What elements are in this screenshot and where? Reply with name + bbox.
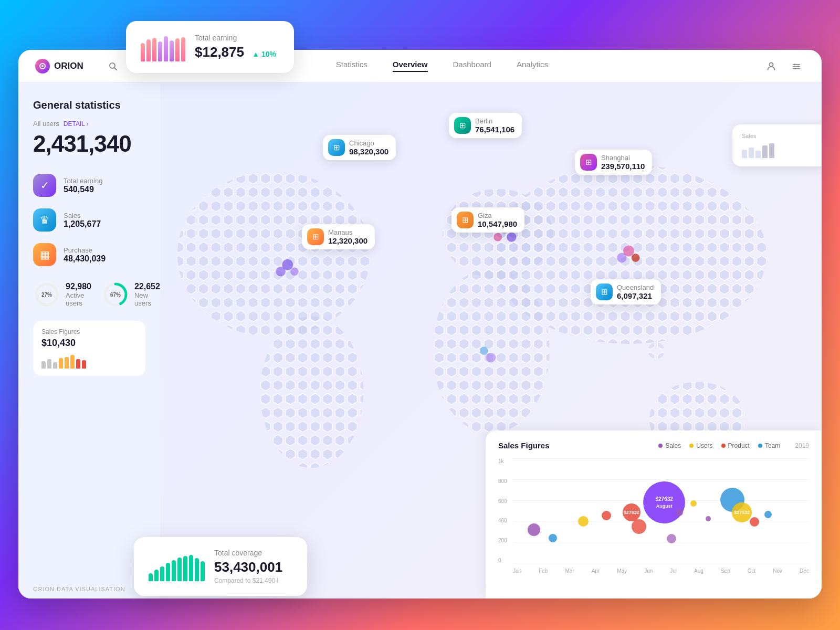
floating-coverage-card: Total coverage 53,430,001 Compared to $2…	[134, 537, 307, 596]
logo: ORION	[35, 59, 83, 74]
city-queensland: ⊞ Queensland 6,097,321	[591, 279, 661, 304]
bubble-13	[667, 534, 676, 543]
content-area: General statistics All users DETAIL › 2,…	[18, 82, 822, 598]
chicago-value: 98,320,300	[349, 147, 388, 156]
search-icon[interactable]	[104, 58, 121, 75]
nav-dashboard[interactable]: Dashboard	[453, 60, 491, 72]
bubble-0	[528, 523, 540, 536]
new-users-stat: 67% 22,652 New users	[102, 281, 160, 308]
bubble-5	[632, 519, 646, 534]
bubble-main: $27632August	[643, 481, 685, 523]
bubble-10: $27532	[732, 502, 752, 522]
svg-text:67%: 67%	[110, 292, 121, 298]
chart-title: Sales Figures	[498, 441, 550, 450]
svg-point-27	[276, 267, 286, 276]
shanghai-icon: ⊞	[580, 154, 597, 171]
logo-icon	[35, 59, 50, 74]
manaus-icon: ⊞	[307, 228, 324, 245]
svg-point-30	[507, 232, 516, 242]
x-axis: Jan Feb Mar Apr May Jun Jul Aug Sep Oct …	[513, 568, 809, 574]
city-berlin: ⊞ Berlin 76,541,106	[449, 113, 522, 138]
svg-point-33	[617, 253, 626, 262]
svg-point-35	[486, 353, 496, 362]
city-shanghai: ⊞ Shanghai 239,570,110	[575, 150, 652, 175]
nav-overview[interactable]: Overview	[393, 60, 428, 72]
nav-statistics[interactable]: Statistics	[336, 60, 368, 72]
berlin-value: 76,541,106	[475, 125, 514, 134]
circles-row: 27% 92,980 Active users 67% 22,652	[33, 281, 145, 308]
bubble-3	[602, 511, 611, 520]
legend-dot-product	[721, 444, 726, 448]
berlin-icon: ⊞	[454, 117, 471, 134]
legend-users: Users	[689, 442, 712, 449]
svg-text:27%: 27%	[41, 292, 52, 298]
nav-analytics[interactable]: Analytics	[517, 60, 548, 72]
active-users-label: Active users	[66, 291, 91, 307]
svg-point-4	[770, 62, 773, 66]
sf-title: Sales Figures	[41, 328, 137, 335]
city-chicago: ⊞ Chicago 98,320,300	[323, 135, 396, 160]
bubble-7	[690, 500, 697, 507]
active-users-stat: 27% 92,980 Active users	[33, 281, 91, 308]
detail-link[interactable]: DETAIL ›	[64, 120, 89, 128]
stat-purchase: ▦ Purchase 48,430,039	[33, 243, 145, 266]
sales-value: 1,205,677	[64, 219, 101, 229]
svg-point-1	[41, 65, 44, 67]
svg-point-8	[794, 64, 796, 65]
purchase-value: 48,430,039	[64, 254, 106, 264]
chart-header: Sales Figures Sales Users Product	[498, 441, 809, 450]
stat-sales: ♛ Sales 1,205,677	[33, 208, 145, 232]
earning-bar-chart	[141, 33, 185, 61]
nav-right	[763, 58, 805, 75]
sf-bars	[41, 353, 137, 369]
bubble-11	[750, 517, 759, 527]
right-extra-card: Sales	[732, 124, 822, 166]
svg-point-28	[494, 233, 502, 242]
coverage-card-sub: Compared to $21,490 l	[214, 577, 282, 584]
settings-icon[interactable]	[788, 58, 805, 75]
svg-point-26	[290, 267, 299, 276]
berlin-name: Berlin	[475, 117, 514, 125]
svg-point-9	[797, 66, 799, 67]
users-label: All users DETAIL ›	[33, 120, 145, 128]
users-count: 2,431,340	[33, 131, 145, 157]
legend-dot-users	[689, 444, 694, 448]
shanghai-name: Shanghai	[601, 154, 645, 162]
manaus-value: 12,320,300	[328, 236, 368, 245]
user-icon[interactable]	[763, 58, 780, 75]
manaus-name: Manaus	[328, 228, 368, 236]
earning-card-value: $12,875 ▲ 10%	[195, 44, 276, 60]
bubble-4: $27632	[623, 503, 640, 521]
purchase-label: Purchase	[64, 246, 106, 254]
svg-rect-6	[793, 66, 800, 67]
main-dashboard-card: ORION Statistics Overview Dashboard Anal…	[18, 50, 822, 598]
coverage-card-value: 53,430,001	[214, 559, 282, 575]
coverage-card-title: Total coverage	[214, 549, 282, 557]
earning-value: 540,549	[64, 185, 102, 194]
bubble-8	[706, 516, 711, 521]
svg-rect-7	[793, 68, 800, 69]
svg-point-19	[260, 317, 363, 468]
chart-year: 2019	[795, 442, 809, 449]
svg-point-10	[795, 68, 796, 69]
chart-plot-area: $27632 $27632August $27532	[513, 458, 809, 563]
new-users-label: New users	[134, 291, 160, 307]
y-axis: 1k 800 600 400 200 0	[498, 458, 513, 563]
purchase-icon: ▦	[33, 243, 56, 266]
legend-sales: Sales	[658, 442, 681, 449]
svg-point-18	[177, 172, 371, 337]
coverage-bar-chart	[149, 552, 205, 581]
earning-change: ▲ 10%	[252, 50, 276, 58]
earning-icon: ✓	[33, 174, 56, 197]
sales-icon: ♛	[33, 208, 56, 232]
svg-point-32	[632, 254, 640, 262]
earning-label: Total earning	[64, 177, 102, 185]
section-title: General statistics	[33, 99, 145, 111]
legend-dot-sales	[658, 444, 663, 448]
footer-label: ORION DATA VISUALISATION	[33, 586, 125, 592]
giza-name: Giza	[478, 212, 517, 219]
earning-card-title: Total earning	[195, 34, 276, 42]
chicago-name: Chicago	[349, 139, 388, 147]
giza-value: 10,547,980	[478, 219, 517, 228]
map-area: ⊞ Chicago 98,320,300 ⊞ Berlin 76,541,106…	[160, 82, 822, 598]
